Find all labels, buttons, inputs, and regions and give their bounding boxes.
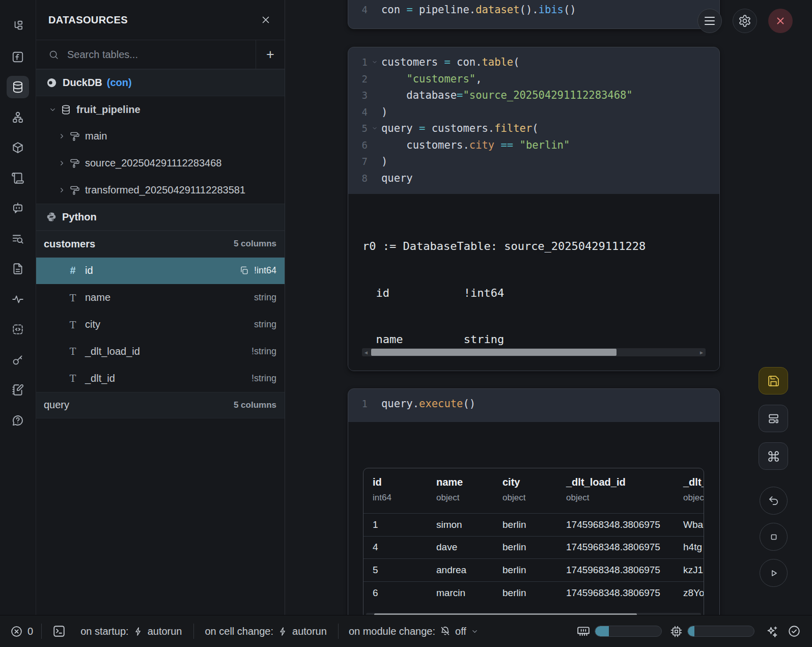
scrollbar-thumb[interactable] [371, 349, 617, 356]
scroll-right-arrow-icon[interactable]: ► [699, 348, 704, 356]
lightning-icon [278, 627, 288, 636]
column-header[interactable]: city [502, 476, 520, 488]
key-icon[interactable] [7, 349, 29, 371]
play-icon [768, 568, 779, 579]
column-row-id[interactable]: # id !int64 [36, 258, 285, 285]
code-cell-1[interactable]: 3 pipeline = dlt.attach("fruit_pipeline"… [348, 0, 720, 29]
database-icon[interactable] [7, 76, 29, 98]
horizontal-scrollbar[interactable]: ◄ ► [362, 348, 706, 356]
code-cell-2[interactable]: 1 customers = con.table( 2 "customers", … [348, 47, 720, 371]
close-icon [775, 15, 786, 26]
cpu-meter-fill [688, 626, 694, 636]
scratchpad-icon[interactable] [7, 379, 29, 401]
column-header[interactable]: _dlt_id [683, 476, 704, 488]
tree-item-database[interactable]: fruit_pipeline [36, 96, 285, 123]
column-name: name [85, 292, 110, 303]
column-row-dlt-id[interactable]: T _dlt_id !string [36, 365, 285, 392]
table-customers-row[interactable]: customers 5 columns [36, 231, 285, 258]
chevron-down-icon [471, 628, 479, 635]
on-module-change-setting[interactable]: on module change: off [349, 626, 479, 637]
on-startup-label: on startup: [80, 626, 129, 637]
terminal-button[interactable] [52, 625, 66, 638]
tree-item-schema[interactable]: main [36, 123, 285, 150]
schema-icon [70, 158, 80, 168]
output-line: r0 := DatabaseTable: source_202504291112… [362, 239, 719, 255]
activity-icon[interactable] [7, 288, 29, 311]
stop-button[interactable] [760, 523, 788, 551]
column-header[interactable]: _dlt_load_id [566, 476, 626, 488]
chevron-down-icon [47, 106, 58, 114]
cpu-usage[interactable] [670, 625, 754, 638]
on-startup-setting[interactable]: on startup: autorun [80, 626, 182, 637]
on-module-change-value: off [455, 626, 466, 637]
undo-icon [768, 495, 779, 507]
run-button[interactable] [760, 559, 788, 587]
copy-icon[interactable] [239, 266, 249, 275]
column-row-dlt-load-id[interactable]: T _dlt_load_id !string [36, 338, 285, 365]
fold-chevron-icon[interactable] [368, 125, 381, 131]
connection-status-button[interactable] [788, 625, 801, 638]
save-button[interactable] [759, 367, 788, 395]
layout-toggle-button[interactable] [759, 405, 788, 432]
file-tree-icon[interactable] [7, 15, 29, 38]
panel-close-icon[interactable] [260, 14, 271, 25]
connection-row[interactable]: DuckDB (con) [36, 69, 285, 96]
on-cell-change-setting[interactable]: on cell change: autorun [205, 626, 326, 637]
package-icon[interactable] [7, 136, 29, 159]
table-row[interactable]: 4daveberlin1745968348.3806975h4tg [363, 536, 704, 559]
cpu-meter [687, 626, 754, 637]
settings-button[interactable] [733, 9, 757, 33]
column-row-name[interactable]: T name string [36, 284, 285, 311]
workflow-icon[interactable] [7, 106, 29, 129]
tree-item-schema[interactable]: source_202504291112283468 [36, 150, 285, 177]
search-icon [48, 49, 59, 60]
undo-button[interactable] [760, 487, 788, 515]
stop-icon [768, 531, 779, 543]
search-input[interactable] [66, 48, 256, 61]
panel-header: DATASOURCES [36, 0, 285, 40]
scroll-icon[interactable] [7, 167, 29, 189]
column-type: !string [251, 373, 276, 384]
code-line: 3 database="source_202504291112283468" [348, 87, 719, 104]
marimo-app: DATASOURCES + DuckDB (con) fruit_pipelin… [0, 0, 812, 647]
function-square-icon[interactable] [7, 46, 29, 68]
on-module-change-label: on module change: [349, 626, 435, 637]
fold-chevron-icon[interactable] [368, 59, 381, 65]
table-row[interactable]: 5andreaberlin1745968348.3806975kzJ1 [363, 558, 704, 581]
table-row[interactable]: 6marcinberlin1745968348.3806975z8Yo [363, 581, 704, 604]
memory-usage[interactable] [577, 625, 662, 638]
code-square-icon[interactable] [7, 318, 29, 341]
datasources-panel: DATASOURCES + DuckDB (con) fruit_pipelin… [36, 0, 285, 615]
error-counter[interactable]: 0 [10, 625, 33, 638]
python-logo-icon [46, 211, 57, 222]
scroll-left-arrow-icon[interactable]: ◄ [363, 348, 369, 356]
snippets-icon[interactable] [7, 258, 29, 280]
python-section-row[interactable]: Python [36, 204, 285, 231]
logs-search-icon[interactable] [7, 228, 29, 250]
memory-icon [577, 625, 590, 638]
code-cell-3[interactable]: 1 query.execute() id int64 name object c… [348, 388, 720, 615]
code-line: 2 "customers", [348, 71, 719, 88]
schema-icon [70, 131, 80, 142]
notebook-menu-button[interactable] [697, 9, 722, 33]
ai-chat-icon[interactable] [7, 197, 29, 219]
column-type: string [254, 292, 276, 303]
shutdown-button[interactable] [768, 9, 793, 33]
column-dtype: object [683, 493, 704, 503]
output-line: name string [362, 332, 719, 348]
column-header[interactable]: id [373, 476, 382, 488]
column-dtype: int64 [373, 493, 391, 503]
column-header[interactable]: name [436, 476, 463, 488]
ai-assistant-button[interactable] [766, 625, 778, 638]
column-row-city[interactable]: T city string [36, 311, 285, 338]
help-icon[interactable] [7, 409, 29, 432]
tree-item-schema[interactable]: transformed_202504291112283581 [36, 177, 285, 204]
table-name: query [44, 399, 69, 411]
table-query-row[interactable]: query 5 columns [36, 392, 285, 419]
table-row[interactable]: 1simonberlin1745968348.3806975Wba [363, 513, 704, 536]
on-startup-value: autorun [148, 626, 182, 637]
add-datasource-button[interactable]: + [256, 40, 285, 69]
code-line: 6 customers.city == "berlin" [348, 137, 719, 154]
connection-engine: DuckDB [63, 77, 102, 89]
command-palette-button[interactable] [759, 442, 788, 470]
